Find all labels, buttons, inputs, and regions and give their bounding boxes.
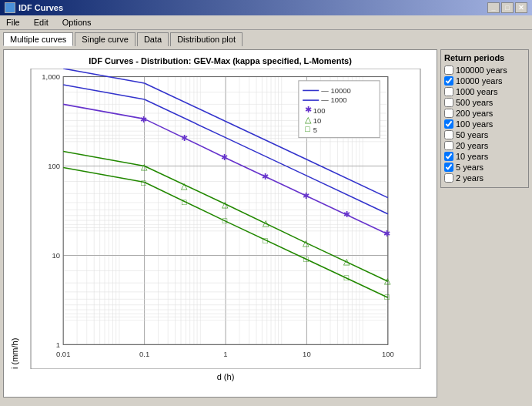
svg-text:100: 100	[313, 106, 326, 115]
menu-bar: File Edit Options	[0, 15, 532, 30]
tab-bar: Multiple curves Single curve Data Distri…	[0, 30, 532, 46]
rp-check-100[interactable]	[444, 119, 453, 129]
svg-text:△: △	[303, 238, 309, 247]
svg-text:△: △	[181, 181, 188, 190]
rp-label-5: 5 years	[456, 163, 483, 172]
svg-text:1: 1	[56, 341, 60, 349]
rp-check-1000[interactable]	[444, 87, 453, 96]
svg-text:100: 100	[382, 350, 394, 358]
svg-text:□: □	[303, 254, 309, 263]
rp-label-500: 500 years	[456, 98, 493, 107]
svg-text:□: □	[141, 178, 146, 187]
svg-text:△: △	[263, 218, 269, 227]
rp-item-5: 100 years	[444, 119, 525, 129]
svg-text:△: △	[343, 257, 350, 266]
rp-item-4: 200 years	[444, 109, 525, 118]
tab-distribution-plot[interactable]: Distribution plot	[170, 32, 243, 46]
svg-text:△: △	[305, 115, 312, 124]
svg-text:1: 1	[223, 350, 227, 358]
svg-text:✱: ✱	[303, 191, 309, 200]
rp-item-9: 5 years	[444, 163, 525, 172]
minimize-button[interactable]: _	[487, 2, 500, 13]
rp-label-100: 100 years	[456, 119, 493, 129]
svg-text:✱: ✱	[181, 133, 188, 143]
svg-text:✱: ✱	[221, 153, 228, 162]
rp-label-1000: 1000 years	[456, 87, 497, 96]
rp-item-0: 100000 years	[444, 65, 525, 75]
rp-label-100000: 100000 years	[456, 65, 507, 75]
rp-check-50[interactable]	[444, 130, 453, 139]
svg-text:10: 10	[313, 116, 322, 125]
rp-item-8: 10 years	[444, 152, 525, 161]
svg-text:✱: ✱	[343, 210, 350, 219]
chart-svg: ✱ ✱ ✱ ✱ ✱ ✱ ✱ △ △ △ △ △ △ △	[21, 69, 430, 369]
svg-text:— 1000: — 1000	[321, 96, 346, 104]
svg-text:0.01: 0.01	[56, 350, 70, 358]
rp-check-10000[interactable]	[444, 76, 453, 86]
window-controls: _ □ ✕	[487, 2, 527, 13]
window-title: IDF Curves	[18, 3, 63, 12]
svg-text:□: □	[344, 273, 350, 282]
menu-options[interactable]: Options	[59, 17, 95, 28]
svg-text:10: 10	[303, 350, 311, 358]
rp-item-2: 1000 years	[444, 87, 525, 96]
svg-text:5: 5	[313, 126, 317, 134]
return-periods-title: Return periods	[444, 53, 525, 62]
rp-item-3: 500 years	[444, 98, 525, 107]
svg-text:△: △	[222, 200, 229, 209]
rp-check-100000[interactable]	[444, 65, 453, 75]
svg-text:1,000: 1,000	[42, 72, 60, 81]
svg-text:△: △	[141, 162, 148, 171]
svg-text:△: △	[384, 276, 391, 285]
svg-text:✱: ✱	[262, 172, 269, 181]
maximize-button[interactable]: □	[501, 2, 514, 13]
x-axis-label: d (h)	[21, 372, 430, 381]
rp-label-20: 20 years	[456, 141, 488, 150]
svg-text:□: □	[182, 197, 187, 206]
rp-check-10[interactable]	[444, 152, 453, 161]
rp-label-10: 10 years	[456, 152, 488, 161]
chart-container: IDF Curves - Distribution: GEV-Max (kapp…	[3, 49, 437, 398]
svg-text:✱: ✱	[305, 105, 312, 114]
menu-edit[interactable]: Edit	[31, 17, 52, 28]
rp-item-6: 50 years	[444, 130, 525, 139]
svg-text:10: 10	[52, 251, 60, 260]
svg-text:✱: ✱	[383, 229, 390, 238]
y-axis-label: i (mm/h)	[10, 69, 19, 369]
svg-text:□: □	[385, 292, 390, 301]
rp-check-500[interactable]	[444, 98, 453, 107]
rp-item-10: 2 years	[444, 173, 525, 183]
svg-text:□: □	[305, 124, 310, 133]
svg-text:— 10000: — 10000	[321, 86, 350, 95]
svg-text:0.1: 0.1	[139, 350, 149, 358]
rp-label-2: 2 years	[456, 173, 483, 183]
content-area: IDF Curves - Distribution: GEV-Max (kapp…	[0, 46, 532, 401]
svg-text:□: □	[223, 216, 228, 225]
rp-check-200[interactable]	[444, 109, 453, 118]
tab-data[interactable]: Data	[137, 32, 169, 46]
rp-label-200: 200 years	[456, 109, 493, 118]
tab-multiple-curves[interactable]: Multiple curves	[3, 32, 73, 46]
app-icon	[5, 2, 15, 13]
rp-check-5[interactable]	[444, 163, 453, 172]
close-button[interactable]: ✕	[515, 2, 527, 13]
return-periods-panel: Return periods 100000 years 10000 years …	[440, 49, 529, 188]
rp-check-2[interactable]	[444, 173, 453, 183]
rp-item-7: 20 years	[444, 141, 525, 150]
svg-text:✱: ✱	[140, 115, 147, 124]
title-bar: IDF Curves _ □ ✕	[0, 0, 532, 15]
svg-text:□: □	[263, 236, 268, 245]
rp-label-50: 50 years	[456, 130, 488, 139]
rp-check-20[interactable]	[444, 141, 453, 150]
chart-title: IDF Curves - Distribution: GEV-Max (kapp…	[10, 56, 430, 65]
tab-single-curve[interactable]: Single curve	[75, 32, 136, 46]
rp-label-10000: 10000 years	[456, 76, 503, 86]
sidebar: Return periods 100000 years 10000 years …	[440, 49, 529, 398]
menu-file[interactable]: File	[3, 17, 23, 28]
svg-text:100: 100	[48, 162, 60, 170]
rp-item-1: 10000 years	[444, 76, 525, 86]
